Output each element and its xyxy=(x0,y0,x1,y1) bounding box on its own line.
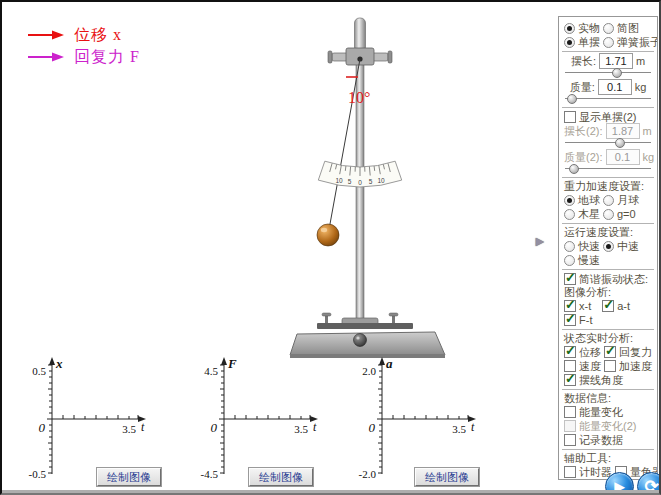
pendulum-bob[interactable] xyxy=(317,224,339,246)
x-max-label: 3.5 xyxy=(122,423,136,435)
radio-moon-label: 月球 xyxy=(617,193,639,208)
pendulum-string[interactable] xyxy=(328,59,360,235)
legend-force-label: 回复力 F xyxy=(74,47,140,68)
red-arrow-icon xyxy=(28,30,64,40)
bob-highlight xyxy=(321,228,327,232)
y-max-label: 0.5 xyxy=(32,365,46,377)
checkbox-displacement[interactable] xyxy=(564,346,576,358)
window-bottom-edge xyxy=(2,490,659,493)
cursor-arrow-icon: ► xyxy=(533,233,547,249)
legend-displacement: 位移 x xyxy=(28,24,140,46)
radio-simple-pendulum[interactable] xyxy=(564,37,575,48)
checkbox-show-pendulum2[interactable] xyxy=(564,111,576,123)
rod-top-cap xyxy=(355,18,366,52)
checkbox-shm-state-label: 简谐振动状态: xyxy=(579,272,648,287)
origin-label: 0 xyxy=(39,420,46,435)
control-panel: 实物 简图 单摆 弹簧振子 摆长: m 质量: kg 显示单摆(2) xyxy=(558,16,658,480)
mass-label: 质量: xyxy=(570,80,595,95)
radio-slow-label: 慢速 xyxy=(578,253,600,268)
checkbox-string-angle[interactable] xyxy=(564,374,576,386)
checkbox-velocity-label: 速度 xyxy=(579,359,601,374)
graph-F-t: F 4.5 -4.5 0 3.5 t 绘制图像 xyxy=(174,354,344,494)
y-min-label: -0.5 xyxy=(29,468,47,480)
mass2-slider-thumb xyxy=(569,164,579,174)
graph-x-t: x 0.5 -0.5 0 3.5 t 绘制图像 xyxy=(2,354,172,494)
checkbox-record-data[interactable] xyxy=(564,434,576,446)
y-max-label: 2.0 xyxy=(362,365,376,377)
radio-diagram-label: 简图 xyxy=(617,21,639,36)
radio-medium-label: 中速 xyxy=(617,239,639,254)
draw-graph-button-a[interactable]: 绘制图像 xyxy=(415,468,479,486)
checkbox-acceleration-label: 加速度 xyxy=(619,359,652,374)
scale-label: 5 xyxy=(348,178,352,185)
legend-force: 回复力 F xyxy=(28,46,140,68)
legend: 位移 x 回复力 F xyxy=(28,24,140,68)
y-axis-label: F xyxy=(227,356,237,371)
pendulum-apparatus: 10° 10 5 0 5 xyxy=(232,10,472,362)
checkbox-energy-change[interactable] xyxy=(564,406,576,418)
checkbox-at[interactable] xyxy=(602,300,614,312)
y-axis-label: a xyxy=(386,356,393,371)
x-max-label: 3.5 xyxy=(452,423,466,435)
radio-spring-oscillator-label: 弹簧振子 xyxy=(617,35,658,50)
radio-jupiter-label: 木星 xyxy=(578,207,600,222)
radio-medium[interactable] xyxy=(603,241,614,252)
radio-fast[interactable] xyxy=(564,241,575,252)
radio-diagram[interactable] xyxy=(603,23,614,34)
checkbox-at-label: a-t xyxy=(617,300,630,312)
checkbox-acceleration[interactable] xyxy=(604,360,616,372)
length2-slider xyxy=(565,138,651,149)
draw-graph-button-x[interactable]: 绘制图像 xyxy=(97,468,161,486)
checkbox-shm-state[interactable] xyxy=(564,273,576,285)
radio-jupiter[interactable] xyxy=(564,209,575,220)
radio-real-object-label: 实物 xyxy=(578,21,600,36)
origin-label: 0 xyxy=(369,420,376,435)
radio-g-zero-label: g=0 xyxy=(617,208,636,220)
x-axis-label: t xyxy=(313,420,317,434)
length2-input xyxy=(606,123,640,139)
scale-label: 5 xyxy=(369,178,373,185)
checkbox-restoring-force[interactable] xyxy=(604,346,616,358)
magenta-arrow-icon xyxy=(28,52,64,62)
radio-real-object[interactable] xyxy=(564,23,575,34)
mass-slider[interactable] xyxy=(565,94,651,105)
checkbox-record-data-label: 记录数据 xyxy=(579,433,623,448)
graph-a-t: a 2.0 -2.0 0 3.5 t 绘制图像 xyxy=(332,354,502,494)
x-axis-label: t xyxy=(141,420,145,434)
scale-label: 0 xyxy=(358,179,362,186)
origin-label: 0 xyxy=(211,420,218,435)
checkbox-restoring-force-label: 回复力 xyxy=(619,345,652,360)
radio-moon[interactable] xyxy=(603,195,614,206)
radio-earth[interactable] xyxy=(564,195,575,206)
length-input[interactable] xyxy=(599,53,633,69)
draw-graph-button-F[interactable]: 绘制图像 xyxy=(249,468,313,486)
x-max-label: 3.5 xyxy=(294,423,308,435)
radio-g-zero[interactable] xyxy=(603,209,614,220)
radio-earth-label: 地球 xyxy=(578,193,600,208)
stand-base xyxy=(290,313,445,358)
mass2-label: 质量(2): xyxy=(564,150,603,165)
mass-slider-thumb[interactable] xyxy=(567,94,577,104)
radio-slow[interactable] xyxy=(564,255,575,266)
pendulum-simulator-window: 位移 x 回复力 F xyxy=(0,0,661,495)
gravity-section-title: 重力加速度设置: xyxy=(564,180,652,193)
checkbox-energy-change-2 xyxy=(564,420,576,432)
checkbox-displacement-label: 位移 xyxy=(579,345,601,360)
mass2-unit: kg xyxy=(643,151,655,163)
mass-input[interactable] xyxy=(598,79,632,95)
angle-label: 10° xyxy=(348,89,370,106)
scale-label: 10 xyxy=(377,177,385,184)
radio-spring-oscillator[interactable] xyxy=(603,37,614,48)
length-slider[interactable] xyxy=(565,68,651,79)
legend-displacement-label: 位移 x xyxy=(74,25,122,46)
radio-fast-label: 快速 xyxy=(578,239,600,254)
y-axis-label: x xyxy=(55,356,63,371)
checkbox-timer[interactable] xyxy=(564,466,576,478)
checkbox-energy-change-2-label: 能量变化(2) xyxy=(579,419,636,434)
mass2-slider xyxy=(565,164,651,175)
mass2-input xyxy=(606,149,640,165)
mass-unit: kg xyxy=(635,81,647,93)
pivot-clamp xyxy=(328,48,392,65)
length-slider-thumb[interactable] xyxy=(612,68,622,78)
checkbox-Ft[interactable] xyxy=(564,314,576,326)
